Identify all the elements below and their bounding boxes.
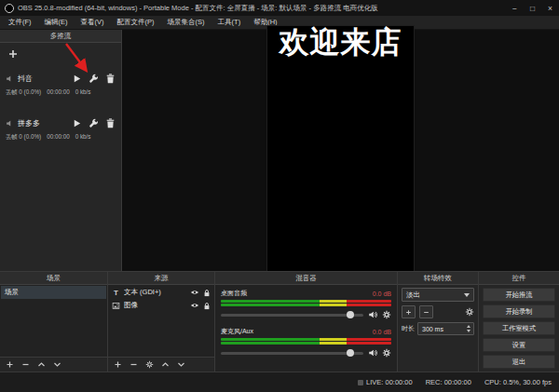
stream-delete-trash-icon[interactable] <box>105 74 116 84</box>
stream-bitrate: 0 kb/s <box>75 133 91 142</box>
remove-transition-button[interactable] <box>419 305 433 318</box>
transition-select[interactable]: 淡出 <box>402 288 474 302</box>
scene-up-button[interactable] <box>37 360 46 369</box>
minimize-button[interactable]: − <box>506 0 524 16</box>
add-source-button[interactable] <box>114 360 122 369</box>
menu-item-view[interactable]: 查看(V) <box>75 18 111 27</box>
channel-settings-gear-icon[interactable] <box>382 310 391 319</box>
scenes-dock-title[interactable]: 场景 <box>0 272 107 285</box>
sources-list: T 文本 (GDI+) 图像 <box>108 285 214 357</box>
source-row-text[interactable]: T 文本 (GDI+) <box>109 286 213 299</box>
spinner-arrows-icon[interactable] <box>467 325 470 332</box>
scenes-toolbar <box>0 357 107 372</box>
audio-mixer-dock: 混音器 桌面音频 0.0 dB <box>215 272 398 372</box>
menu-item-file[interactable]: 文件(F) <box>2 18 38 27</box>
statusbar: LIVE: 00:00:00 REC: 00:00:00 CPU: 0.5%, … <box>0 372 559 392</box>
channel-db-value: 0.0 dB <box>373 291 391 297</box>
source-properties-gear-icon[interactable] <box>145 360 154 369</box>
window-controls: − □ × <box>506 0 559 16</box>
settings-button[interactable]: 设置 <box>483 338 555 352</box>
sources-dock-title[interactable]: 来源 <box>108 272 214 285</box>
stream-delete-trash-icon[interactable] <box>105 118 116 128</box>
obs-logo-icon <box>5 4 14 13</box>
stream-audio-icon <box>6 119 14 128</box>
stream-start-button[interactable] <box>72 118 82 128</box>
controls-dock-title[interactable]: 控件 <box>479 272 559 285</box>
stream-time: 00:00:00 <box>47 133 70 142</box>
duration-spinner[interactable]: 300 ms <box>417 322 474 335</box>
menu-item-profile[interactable]: 配置文件(P) <box>111 18 161 27</box>
multistream-dock-title[interactable]: 多推流 <box>0 30 121 43</box>
stream-congestion-icon <box>358 380 363 385</box>
lock-icon[interactable] <box>203 289 211 297</box>
stream-item-pinduoduo: 拼多多 丢帧 0 (0.0%) 00:00:00 <box>6 118 116 142</box>
stream-item-douyin: 抖音 丢帧 0 (0.0%) 00:00:00 <box>6 74 116 97</box>
live-time: LIVE: 00:00:00 <box>366 378 413 386</box>
stream-bitrate: 0 kb/s <box>75 88 91 97</box>
preview-area[interactable]: 欢迎来店 <box>122 30 559 271</box>
stream-dropped-frames: 丢帧 0 (0.0%) <box>6 88 41 97</box>
scenes-dock: 场景 场景 <box>0 272 108 372</box>
volume-slider[interactable] <box>221 352 363 355</box>
window-title: OBS 25.0.8-modified (64-bit, windows) - … <box>18 4 502 13</box>
channel-db-value: 0.0 dB <box>373 329 391 335</box>
volume-slider[interactable] <box>221 314 363 317</box>
add-transition-button[interactable] <box>402 305 416 318</box>
obs-window: OBS 25.0.8-modified (64-bit, windows) - … <box>0 0 559 392</box>
canvas-text-source[interactable]: 欢迎来店 <box>267 27 414 59</box>
stream-settings-wrench-icon[interactable] <box>89 74 99 84</box>
multistream-dock: 多推流 抖音 <box>0 30 122 271</box>
text-source-icon: T <box>112 289 120 297</box>
visibility-eye-icon[interactable] <box>190 302 199 309</box>
source-down-button[interactable] <box>177 360 185 369</box>
volume-meter <box>221 338 391 341</box>
chevron-down-icon <box>464 293 470 297</box>
controls-dock: 控件 开始推流 开始录制 工作室模式 设置 退出 <box>479 272 559 372</box>
program-canvas[interactable]: 欢迎来店 <box>267 26 414 276</box>
start-streaming-button[interactable]: 开始推流 <box>483 288 555 302</box>
add-stream-button[interactable] <box>7 48 19 60</box>
scene-item[interactable]: 场景 <box>1 286 106 299</box>
stream-name: 抖音 <box>18 74 65 84</box>
source-label: 文本 (GDI+) <box>124 288 186 297</box>
exit-button[interactable]: 退出 <box>483 355 555 369</box>
visibility-eye-icon[interactable] <box>190 289 199 296</box>
source-label: 图像 <box>124 301 186 310</box>
remove-source-button[interactable] <box>130 360 138 369</box>
volume-meter <box>221 342 391 345</box>
transitions-dock-title[interactable]: 转场特效 <box>398 272 478 285</box>
mixer-channel-mic-aux: 麦克风/Aux 0.0 dB <box>221 327 391 358</box>
transitions-dock: 转场特效 淡出 时长 300 ms <box>398 272 479 372</box>
mute-speaker-icon[interactable] <box>368 348 377 358</box>
stream-start-button[interactable] <box>72 74 82 84</box>
add-scene-button[interactable] <box>6 360 14 369</box>
scenes-list: 场景 <box>0 285 107 357</box>
duration-value: 300 ms <box>422 326 467 332</box>
scene-down-button[interactable] <box>53 360 61 369</box>
studio-mode-button[interactable]: 工作室模式 <box>483 321 555 335</box>
bottom-docks: 场景 场景 来源 T 文本 (GDI+) <box>0 271 559 372</box>
volume-slider-handle[interactable] <box>347 349 354 357</box>
channel-settings-gear-icon[interactable] <box>382 348 391 358</box>
maximize-button[interactable]: □ <box>524 0 541 16</box>
mixer-dock-title[interactable]: 混音器 <box>215 272 397 285</box>
start-recording-button[interactable]: 开始录制 <box>483 304 555 318</box>
stream-settings-wrench-icon[interactable] <box>89 118 99 128</box>
sources-dock: 来源 T 文本 (GDI+) 图像 <box>108 272 215 372</box>
close-button[interactable]: × <box>541 0 559 16</box>
transition-properties-gear-icon[interactable] <box>465 307 474 317</box>
source-row-image[interactable]: 图像 <box>109 299 213 312</box>
lock-icon[interactable] <box>203 302 211 310</box>
multistream-list: 抖音 丢帧 0 (0.0%) 00:00:00 <box>0 43 121 271</box>
source-up-button[interactable] <box>161 360 170 369</box>
volume-slider-handle[interactable] <box>347 311 354 318</box>
sources-toolbar <box>108 357 214 372</box>
volume-meter <box>221 304 391 306</box>
menu-item-tools[interactable]: 工具(T) <box>211 18 248 27</box>
menu-item-scene-collection[interactable]: 场景集合(S) <box>161 18 211 27</box>
menu-item-edit[interactable]: 编辑(E) <box>38 18 75 27</box>
remove-scene-button[interactable] <box>21 360 30 369</box>
mute-speaker-icon[interactable] <box>368 310 377 319</box>
transition-selected-value: 淡出 <box>406 291 420 300</box>
cpu-fps-stats: CPU: 0.5%, 30.00 fps <box>484 378 552 386</box>
